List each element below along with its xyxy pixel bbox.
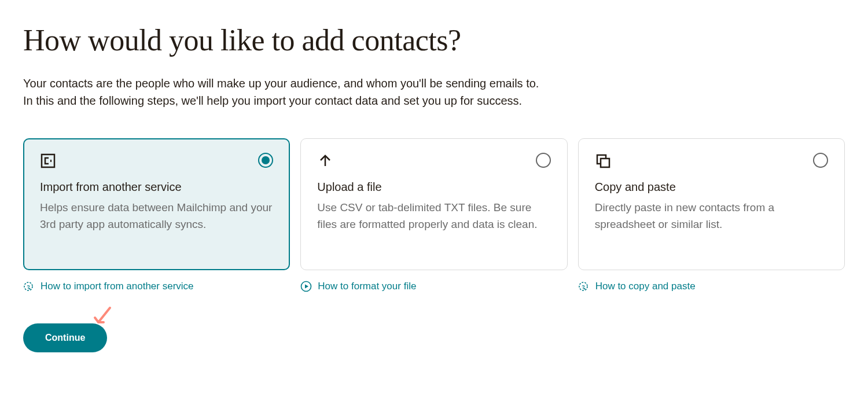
import-service-icon bbox=[40, 153, 56, 169]
help-sparkle-icon: ? bbox=[23, 281, 35, 292]
upload-icon bbox=[317, 153, 333, 169]
continue-area: Continue bbox=[23, 323, 107, 352]
play-circle-icon bbox=[300, 281, 312, 292]
help-links-row: ? How to import from another service How… bbox=[23, 281, 845, 294]
help-link-label: How to format your file bbox=[318, 281, 416, 292]
help-link-upload-file[interactable]: How to format your file bbox=[300, 281, 416, 292]
page-description-line1: Your contacts are the people who will ma… bbox=[23, 77, 539, 90]
page-description-line2: In this and the following steps, we'll h… bbox=[23, 94, 522, 107]
option-card-import-service[interactable]: Import from another service Helps ensure… bbox=[23, 138, 290, 270]
help-sparkle-icon: ? bbox=[578, 281, 590, 292]
help-link-label: How to copy and paste bbox=[595, 281, 696, 292]
help-link-import-service[interactable]: ? How to import from another service bbox=[23, 281, 194, 292]
radio-import-service[interactable] bbox=[258, 153, 273, 168]
card-header bbox=[317, 153, 550, 169]
option-card-copy-paste[interactable]: Copy and paste Directly paste in new con… bbox=[578, 138, 845, 270]
radio-copy-paste[interactable] bbox=[813, 153, 828, 168]
page-description: Your contacts are the people who will ma… bbox=[23, 75, 845, 109]
continue-button[interactable]: Continue bbox=[23, 323, 107, 352]
option-card-upload-file[interactable]: Upload a file Use CSV or tab-delimited T… bbox=[300, 138, 567, 270]
card-header bbox=[595, 153, 828, 169]
copy-icon bbox=[595, 153, 611, 169]
radio-upload-file[interactable] bbox=[536, 153, 551, 168]
card-description: Directly paste in new contacts from a sp… bbox=[595, 200, 828, 233]
card-description: Helps ensure data between Mailchimp and … bbox=[40, 200, 273, 233]
help-link-label: How to import from another service bbox=[41, 281, 194, 292]
card-header bbox=[40, 153, 273, 169]
help-link-copy-paste[interactable]: ? How to copy and paste bbox=[578, 281, 696, 292]
card-description: Use CSV or tab-delimited TXT files. Be s… bbox=[317, 200, 550, 233]
card-title: Copy and paste bbox=[595, 181, 828, 194]
options-row: Import from another service Helps ensure… bbox=[23, 138, 845, 270]
svg-rect-0 bbox=[42, 154, 54, 167]
page-title: How would you like to add contacts? bbox=[23, 23, 845, 57]
card-title: Upload a file bbox=[317, 181, 550, 194]
card-title: Import from another service bbox=[40, 181, 273, 194]
svg-rect-4 bbox=[601, 159, 609, 167]
